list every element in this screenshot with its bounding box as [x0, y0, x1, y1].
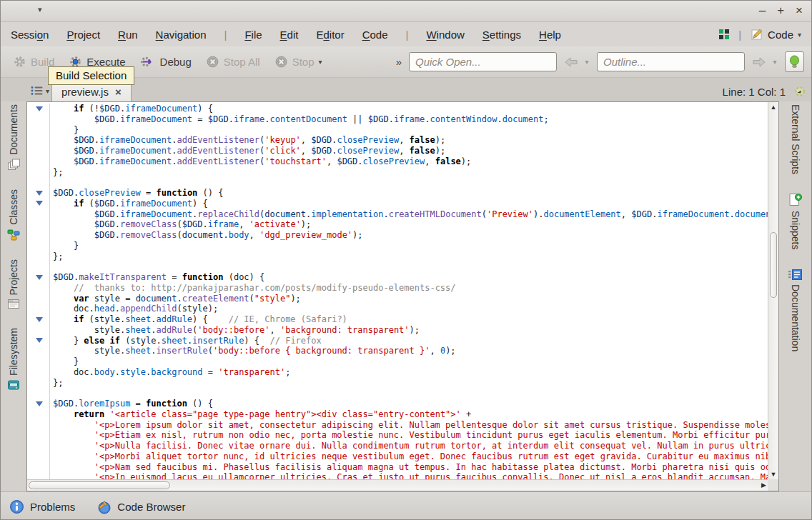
fold-gutter[interactable] — [27, 430, 50, 441]
menu-item-file[interactable]: File — [244, 29, 262, 41]
quick-open-input[interactable] — [409, 52, 557, 71]
fold-gutter[interactable] — [27, 441, 50, 451]
code-line: if ($DGD.iframeDocument) { — [27, 199, 768, 209]
fold-collapse-icon[interactable] — [36, 275, 43, 280]
close-button[interactable]: × — [796, 4, 803, 18]
fold-gutter[interactable] — [27, 135, 50, 146]
menu-item-code[interactable]: Code — [362, 29, 388, 41]
dock-button-classes[interactable]: Classes — [7, 189, 20, 241]
fold-collapse-icon[interactable] — [36, 338, 43, 343]
fold-gutter[interactable] — [27, 346, 50, 356]
lightbulb-button[interactable] — [785, 51, 804, 72]
dock-button-problems[interactable]: Problems — [9, 499, 75, 514]
scroll-right-icon[interactable]: ▶ — [761, 481, 766, 489]
fold-gutter[interactable] — [27, 251, 50, 262]
dock-button-documentation[interactable]: Documentation — [788, 269, 803, 351]
fold-gutter[interactable] — [27, 272, 50, 283]
menu-item-edit[interactable]: Edit — [280, 29, 299, 41]
forward-dropdown-icon[interactable]: ▾ — [769, 52, 781, 71]
menu-item-settings[interactable]: Settings — [482, 29, 521, 41]
fold-gutter[interactable] — [27, 125, 50, 136]
fold-gutter[interactable] — [27, 356, 50, 367]
vertical-scroll-thumb[interactable] — [770, 232, 777, 298]
fold-gutter[interactable] — [27, 241, 50, 251]
fold-gutter[interactable] — [27, 261, 50, 272]
tab-close-icon[interactable]: × — [115, 86, 122, 97]
code-line: '<p>Lorem ipsum dolor sit amet, consecte… — [27, 420, 768, 431]
fold-gutter[interactable] — [27, 156, 50, 167]
fold-gutter[interactable] — [27, 104, 50, 114]
maximize-button[interactable]: + — [777, 4, 784, 18]
fold-gutter[interactable] — [27, 294, 50, 304]
fold-gutter[interactable] — [27, 199, 50, 209]
fold-gutter[interactable] — [27, 219, 50, 230]
back-dropdown-icon[interactable]: ▾ — [581, 52, 593, 71]
dock-button-code-browser[interactable]: Code Browser — [96, 499, 185, 514]
menu-item-help[interactable]: Help — [539, 29, 561, 41]
minimize-button[interactable]: – — [759, 4, 766, 18]
dock-button-documents[interactable]: Documents — [7, 104, 21, 171]
code-browser-icon — [96, 499, 112, 514]
fold-gutter[interactable] — [27, 230, 50, 241]
fold-gutter[interactable] — [27, 367, 50, 378]
area-grid-icon[interactable] — [718, 29, 730, 40]
fold-collapse-icon[interactable] — [36, 106, 43, 111]
fold-collapse-icon[interactable] — [36, 201, 43, 206]
fold-gutter[interactable] — [27, 304, 50, 314]
area-switcher-code[interactable]: Code ▾ — [750, 28, 801, 41]
window-menu-icon[interactable]: ▾ — [38, 5, 42, 14]
fold-gutter[interactable] — [27, 209, 50, 220]
code-editor[interactable]: if (!$DGD.iframeDocument) { $DGD.iframeD… — [26, 101, 779, 491]
fold-gutter[interactable] — [27, 177, 50, 188]
dock-button-filesystem[interactable]: Filesystem — [7, 328, 20, 391]
code-line — [27, 177, 768, 188]
fold-gutter[interactable] — [27, 388, 50, 399]
dock-button-label: Snippets — [790, 211, 801, 249]
fold-gutter[interactable] — [27, 188, 50, 199]
fold-gutter[interactable] — [27, 378, 50, 389]
fold-collapse-icon[interactable] — [36, 317, 43, 322]
dock-button-snippets[interactable]: Snippets — [788, 193, 803, 249]
fold-gutter[interactable] — [27, 336, 50, 346]
fold-collapse-icon[interactable] — [36, 401, 43, 406]
scroll-up-icon[interactable]: ▲ — [768, 104, 778, 111]
forward-arrow-icon[interactable] — [749, 52, 769, 71]
fold-gutter[interactable] — [27, 409, 50, 420]
editor-settings-gear-icon[interactable] — [793, 85, 807, 98]
debug-button[interactable]: Debug — [135, 52, 197, 71]
menu-item-run[interactable]: Run — [118, 29, 138, 41]
back-arrow-icon[interactable] — [561, 52, 581, 71]
fold-gutter[interactable] — [27, 462, 50, 473]
code-line: $DGD.removeClass($DGD.iframe, 'activate'… — [27, 219, 768, 230]
outline-input[interactable] — [597, 52, 745, 71]
fold-gutter[interactable] — [27, 314, 50, 325]
menu-item-editor[interactable]: Editor — [316, 29, 344, 41]
fold-gutter[interactable] — [27, 325, 50, 336]
code-view[interactable]: if (!$DGD.iframeDocument) { $DGD.iframeD… — [27, 102, 768, 479]
horizontal-scrollbar[interactable]: ▶ — [27, 479, 768, 491]
stop-all-button[interactable]: Stop All — [201, 52, 265, 71]
fold-gutter[interactable] — [27, 472, 50, 479]
vertical-scrollbar[interactable]: ▲ ▼ — [768, 102, 778, 479]
ide-window: ▾ – + × SessionProjectRunNavigation|File… — [0, 0, 812, 520]
fold-gutter[interactable] — [27, 146, 50, 156]
fold-gutter[interactable] — [27, 399, 50, 409]
fold-gutter[interactable] — [27, 167, 50, 178]
fold-gutter[interactable] — [27, 283, 50, 294]
menu-item-navigation[interactable]: Navigation — [156, 29, 207, 41]
code-text: '<p>Nulla facilisi. Donec vitae ornare d… — [50, 441, 768, 451]
menu-item-project[interactable]: Project — [66, 29, 100, 41]
horizontal-scroll-thumb[interactable] — [29, 481, 170, 489]
dock-button-external-scripts[interactable]: External Scripts — [790, 104, 801, 174]
menu-item-window[interactable]: Window — [426, 29, 464, 41]
fold-gutter[interactable] — [27, 451, 50, 462]
toolbar-overflow-icon[interactable]: » — [396, 56, 402, 68]
titlebar[interactable]: ▾ – + × — [1, 1, 811, 22]
menu-item-session[interactable]: Session — [11, 29, 49, 41]
scroll-down-icon[interactable]: ▼ — [768, 471, 778, 478]
fold-gutter[interactable] — [27, 420, 50, 431]
fold-collapse-icon[interactable] — [36, 191, 43, 196]
dock-button-projects[interactable]: Projects — [7, 259, 20, 310]
fold-gutter[interactable] — [27, 114, 50, 125]
stop-button[interactable]: Stop▾ — [269, 52, 327, 71]
